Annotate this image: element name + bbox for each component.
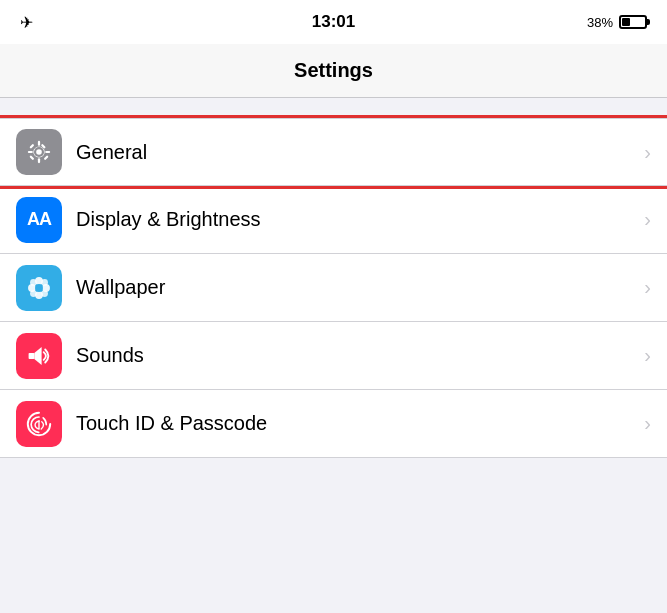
settings-list: General › AA Display & Brightness › Wall… xyxy=(0,118,667,458)
display-brightness-chevron: › xyxy=(644,208,651,231)
airplane-icon: ✈ xyxy=(20,13,33,32)
svg-rect-19 xyxy=(29,352,35,358)
svg-rect-2 xyxy=(38,141,40,146)
battery-percent: 38% xyxy=(587,15,613,30)
general-label: General xyxy=(76,141,644,164)
battery-fill xyxy=(622,18,630,26)
navigation-bar: Settings xyxy=(0,44,667,98)
wallpaper-chevron: › xyxy=(644,276,651,299)
flower-icon xyxy=(25,274,53,302)
settings-item-sounds[interactable]: Sounds › xyxy=(0,322,667,390)
general-icon-bg xyxy=(16,129,62,175)
wallpaper-icon-bg xyxy=(16,265,62,311)
display-brightness-label: Display & Brightness xyxy=(76,208,644,231)
svg-marker-20 xyxy=(34,346,41,364)
settings-item-touch-id[interactable]: Touch ID & Passcode › xyxy=(0,390,667,458)
svg-point-18 xyxy=(35,284,43,292)
svg-point-15 xyxy=(41,279,48,286)
touch-id-chevron: › xyxy=(644,412,651,435)
display-brightness-icon-bg: AA xyxy=(16,197,62,243)
page-title: Settings xyxy=(294,59,373,82)
aa-icon: AA xyxy=(27,209,51,230)
time-display: 13:01 xyxy=(312,12,355,32)
touch-id-label: Touch ID & Passcode xyxy=(76,412,644,435)
touch-id-icon-bg xyxy=(16,401,62,447)
svg-rect-4 xyxy=(28,151,33,153)
sounds-label: Sounds xyxy=(76,344,644,367)
status-bar: ✈ 13:01 38% xyxy=(0,0,667,44)
sound-icon xyxy=(26,343,52,369)
touch-id-icon xyxy=(25,410,53,438)
settings-item-display-brightness[interactable]: AA Display & Brightness › xyxy=(0,186,667,254)
svg-point-1 xyxy=(36,149,42,155)
status-bar-right: 38% xyxy=(587,15,647,30)
gear-icon xyxy=(25,138,53,166)
svg-point-16 xyxy=(30,290,37,297)
settings-item-general[interactable]: General › xyxy=(0,118,667,186)
wallpaper-label: Wallpaper xyxy=(76,276,644,299)
sounds-chevron: › xyxy=(644,344,651,367)
svg-rect-5 xyxy=(45,151,50,153)
svg-rect-3 xyxy=(38,158,40,163)
sounds-icon-bg xyxy=(16,333,62,379)
status-bar-left: ✈ xyxy=(20,13,33,32)
svg-rect-9 xyxy=(29,155,34,160)
svg-rect-6 xyxy=(29,144,34,149)
settings-item-wallpaper[interactable]: Wallpaper › xyxy=(0,254,667,322)
battery-icon xyxy=(619,15,647,29)
svg-point-17 xyxy=(41,290,48,297)
svg-rect-7 xyxy=(44,155,49,160)
svg-point-14 xyxy=(30,279,37,286)
general-chevron: › xyxy=(644,141,651,164)
